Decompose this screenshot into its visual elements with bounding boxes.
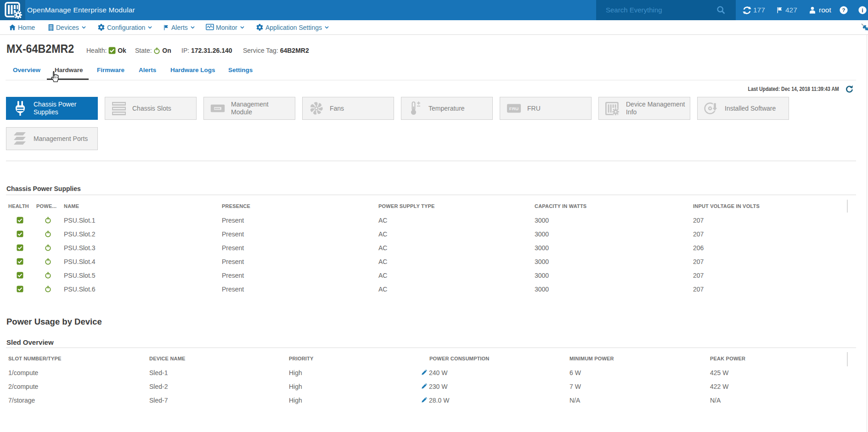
svg-text:?: ?	[842, 7, 845, 13]
svg-text:i: i	[862, 7, 863, 14]
svg-text:FRU: FRU	[509, 106, 519, 111]
